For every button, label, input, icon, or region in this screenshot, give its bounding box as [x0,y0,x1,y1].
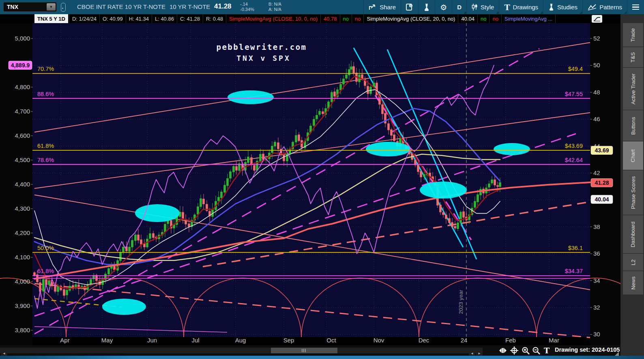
crosshair-mode-icon[interactable] [509,346,519,355]
drawings-dropdown[interactable]: T Drawings [499,0,543,14]
header-field: D: 1/24/24 [69,14,100,23]
share-icon [369,4,377,11]
side-tab-trade[interactable]: Trade [623,23,643,47]
svg-text:4,400: 4,400 [15,181,30,188]
style-dropdown[interactable]: Style [466,0,499,14]
svg-text:Jul: Jul [191,337,199,344]
svg-text:61.8%: 61.8% [37,143,54,149]
svg-text:$36.1: $36.1 [568,245,583,251]
instrument-description: CBOE INT RATE 10 YR T-NOTE [77,3,165,10]
svg-text:52: 52 [593,35,600,42]
svg-text:61.8%: 61.8% [37,268,54,274]
svg-text:78.6%: 78.6% [37,157,54,163]
svg-text:36: 36 [593,250,600,257]
scroll-right-icon[interactable]: ▸ [476,350,483,356]
svg-text:$34.37: $34.37 [565,268,583,274]
svg-text:42: 42 [593,169,600,176]
side-tab-dashboard[interactable]: Dashboard [623,215,643,254]
interval-dropdown[interactable]: D [452,0,466,14]
scrollbar-thumb[interactable] [271,348,337,353]
price-chart[interactable]: 70.7%$49.488.6%$47.5561.8%$43.6978.6%$42… [0,23,620,345]
svg-text:Dec: Dec [419,337,429,344]
scrollbar-grip-icon [301,349,307,352]
svg-text:32: 32 [593,304,600,311]
svg-text:24: 24 [461,337,468,344]
side-tab-buttons[interactable]: Buttons [623,110,643,141]
side-tab-label: Chart [630,149,636,162]
symbol-dropdown-icon[interactable]: ▼ [47,3,56,11]
dropdown-corner-icon [624,11,627,14]
side-tab-t-s[interactable]: T&S [623,47,643,68]
svg-text:40.04: 40.04 [595,196,609,203]
menu-button[interactable] [627,0,644,14]
svg-text:Jun: Jun [147,337,157,344]
header-field: O: 40.99 [100,14,126,23]
svg-text:46: 46 [593,115,600,122]
zoom-in-icon[interactable] [521,346,530,355]
symbol-value: TNX [7,4,18,10]
svg-text:Apr: Apr [60,337,69,344]
svg-text:$42.64: $42.64 [565,157,583,163]
side-tab-label: Trade [630,28,636,41]
bottom-bar: ◂ ◂ ▸ T Drawing set: 2024-0105 [0,345,620,356]
settings-button[interactable]: ⚙ [435,0,452,14]
pan-mode-icon[interactable] [498,346,508,355]
side-tab-phase-scores[interactable]: Phase Scores [623,170,643,215]
svg-text:88.6%: 88.6% [37,91,54,97]
svg-text:50.0%: 50.0% [37,245,54,251]
header-field: SimpleMovingAvg (CLOSE, 20, 0, no) [364,14,458,23]
quick-study-button[interactable] [418,0,435,14]
side-tab-label: News [630,276,636,290]
svg-text:Aug: Aug [235,337,246,344]
svg-text:30: 30 [593,331,600,338]
scroll-left-icon[interactable]: ◂ [469,350,475,356]
header-field: R: 0.48 [203,14,226,23]
gear-icon: ⚙ [440,3,447,12]
svg-text:5,000: 5,000 [15,35,30,42]
svg-text:May: May [101,337,113,344]
svg-text:Sep: Sep [283,337,294,344]
svg-text:4,100: 4,100 [15,254,30,261]
side-tab-active-trader[interactable]: Active Trader [623,68,643,110]
header-field: 40.78 [321,14,340,23]
side-tab-label: Active Trader [630,73,636,105]
side-tab-label: Phase Scores [630,176,636,209]
chart-style-icon [472,4,478,11]
time-scrollbar[interactable]: ◂ ◂ ▸ [0,348,483,353]
trading-platform-window: { "topbar": { "symbol": "TNX", "descript… [0,0,644,359]
scroll-left-icon[interactable]: ◂ [1,350,7,356]
side-tab-l2[interactable]: L2 [623,254,643,271]
flag-note-button[interactable]: i [401,0,418,14]
svg-text:3,900: 3,900 [15,302,30,309]
svg-text:$43.69: $43.69 [565,143,583,149]
svg-text:4,600: 4,600 [15,132,30,139]
svg-text:Nov: Nov [374,337,384,344]
top-toolbar: TNX ▼ CBOE INT RATE 10 YR T-NOTE 10 YR T… [0,0,644,15]
text-note-tool-icon[interactable]: T [542,346,552,355]
side-tab-label: Dashboard [630,221,636,247]
zoom-out-icon[interactable] [531,346,541,355]
svg-text:4,000: 4,000 [15,278,30,285]
header-field: 40.04 [458,14,478,23]
drawing-set-label: Drawing set: 2024-0105 [555,346,620,353]
svg-text:70.7%: 70.7% [37,66,54,72]
studies-dropdown[interactable]: Studies [543,0,582,14]
symbol-input[interactable]: TNX ▼ [3,2,57,12]
link-color-icon[interactable] [61,3,66,12]
svg-text:43.69: 43.69 [595,147,609,154]
svg-text:TNX v SPX: TNX v SPX [236,54,291,62]
header-field: L: 40.86 [152,14,177,23]
header-field: no [352,14,364,23]
patterns-dropdown[interactable]: Patterns [582,0,627,14]
resize-corner-icon[interactable] [615,352,619,356]
side-tab-chart[interactable]: Chart [623,141,643,170]
right-gadget-rail: TradeT&SActive TraderButtonsChartPhase S… [620,14,644,356]
svg-text:$47.55: $47.55 [565,91,583,97]
flask-icon [423,4,430,11]
side-tab-label: Buttons [630,117,636,135]
share-button[interactable]: Share [363,0,401,14]
side-tab-news[interactable]: News [623,271,643,295]
chart-mode-icon[interactable] [592,15,602,23]
dropdown-corner-icon [496,11,498,14]
svg-text:4,200: 4,200 [15,229,30,236]
